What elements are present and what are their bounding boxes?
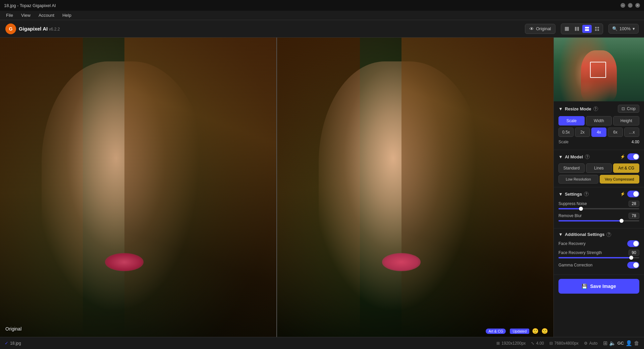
lips-overlay-enhanced — [382, 253, 421, 271]
canvas-area: Original Art & CG Updated 🙂 🙁 — [0, 38, 553, 337]
mode-item: ⚙ Auto — [584, 341, 598, 346]
scale-6x-button[interactable]: 6x — [608, 128, 623, 137]
resize-mode-help-icon[interactable]: ? — [593, 106, 598, 111]
original-image-label: Original — [5, 326, 21, 332]
view-split-v-button[interactable] — [582, 25, 592, 33]
ai-submode-buttons: Low Resolution Very Compressed — [558, 175, 639, 184]
face-recovery-toggle-knob — [633, 241, 639, 246]
settings-section: ▼ Settings ? ⚡ Suppress Noise 28 — [554, 187, 644, 229]
menu-account[interactable]: Account — [35, 11, 58, 19]
mode-icon: ⚙ — [584, 341, 588, 346]
hair-right-overlay-enhanced — [401, 38, 553, 337]
suppress-noise-value: 28 — [629, 201, 639, 207]
statusbar-trash-icon[interactable]: 🗑 — [634, 340, 639, 346]
minimize-button[interactable]: ─ — [621, 3, 625, 8]
close-button[interactable]: ✕ — [635, 3, 640, 8]
maximize-button[interactable]: □ — [628, 3, 633, 8]
remove-blur-label-row: Remove Blur 78 — [558, 213, 639, 219]
zoom-level: 100% — [620, 26, 631, 31]
enhanced-image-panel — [277, 38, 553, 337]
statusbar-grid-icon[interactable]: ⊞ — [603, 340, 607, 346]
scale-value-row: Scale 4.00 — [558, 140, 639, 144]
face-recovery-strength-slider[interactable] — [558, 257, 639, 258]
statusbar-speaker-icon[interactable]: 🔈 — [609, 340, 616, 346]
emoji-smile-icon[interactable]: 🙂 — [532, 328, 539, 334]
right-settings-panel: ▼ Resize Mode ? ⊡ Crop Scale Width H — [553, 38, 644, 337]
gamma-correction-label: Gamma Correction — [558, 263, 592, 267]
resize-mode-chevron-icon: ▼ — [558, 106, 563, 111]
settings-lightning-icon: ⚡ — [620, 192, 625, 196]
menu-view[interactable]: View — [18, 11, 34, 19]
art-cg-model-button[interactable]: Art & CG — [613, 163, 639, 173]
original-toggle-button[interactable]: 👁 Original — [525, 24, 555, 34]
low-resolution-button[interactable]: Low Resolution — [558, 175, 598, 184]
suppress-noise-thumb — [579, 207, 583, 211]
eye-icon: 👁 — [529, 26, 534, 32]
face-recovery-row: Face Recovery — [558, 240, 639, 247]
scale-2x-button[interactable]: 2x — [575, 128, 590, 137]
very-compressed-button[interactable]: Very Compressed — [600, 175, 640, 184]
height-mode-button[interactable]: Height — [613, 116, 639, 126]
scale-0-5x-button[interactable]: 0.5x — [558, 128, 574, 137]
scale-4x-button[interactable]: 4x — [591, 128, 606, 137]
filename-label: 18.jpg — [10, 341, 21, 346]
remove-blur-slider[interactable] — [558, 220, 639, 221]
suppress-noise-label-row: Suppress Noise 28 — [558, 201, 639, 207]
view-single-button[interactable] — [562, 25, 572, 33]
svg-rect-6 — [597, 27, 599, 29]
statusbar-gc-label[interactable]: GC — [618, 341, 624, 346]
lines-model-button[interactable]: Lines — [586, 163, 612, 173]
svg-rect-8 — [597, 29, 599, 31]
scale-mode-label: Scale — [567, 118, 577, 123]
app-version: v6.2.2 — [49, 27, 60, 32]
output-resolution-item: ⊟ 7680x4800px — [549, 341, 579, 346]
settings-toggle[interactable] — [627, 191, 639, 197]
zoom-icon: 🔍 — [612, 26, 618, 31]
face-recovery-strength-row: Face Recovery Strength 90 — [558, 250, 639, 258]
ai-model-help-icon[interactable]: ? — [585, 154, 590, 159]
svg-rect-4 — [585, 29, 589, 31]
zoom-control[interactable]: 🔍 100% ▾ — [608, 24, 639, 34]
ai-model-header[interactable]: ▼ AI Model ? ⚡ — [558, 153, 639, 160]
suppress-noise-slider[interactable] — [558, 208, 639, 209]
width-mode-label: Width — [594, 118, 604, 123]
remove-blur-row: Remove Blur 78 — [558, 213, 639, 221]
emoji-sad-icon[interactable]: 🙁 — [541, 328, 548, 334]
menu-help[interactable]: Help — [59, 11, 75, 19]
statusbar-person-icon[interactable]: 👤 — [626, 340, 632, 346]
height-mode-label: Height — [621, 118, 632, 123]
suppress-noise-row: Suppress Noise 28 — [558, 201, 639, 209]
settings-toggle-knob — [633, 191, 639, 197]
crop-button[interactable]: ⊡ Crop — [618, 105, 639, 113]
additional-settings-header[interactable]: ▼ Additional Settings ? — [558, 232, 639, 237]
scale-mode-button[interactable]: Scale — [558, 116, 585, 126]
svg-rect-0 — [565, 27, 569, 31]
view-split-h-button[interactable] — [572, 25, 582, 33]
face-recovery-strength-thumb — [629, 256, 633, 260]
ai-model-toggle-row: ⚡ — [620, 153, 639, 160]
suppress-noise-label: Suppress Noise — [558, 201, 587, 206]
filename-item: ✓ 18.jpg — [5, 341, 21, 346]
view-quad-button[interactable] — [592, 25, 602, 33]
save-image-button[interactable]: 💾 Save Image — [558, 279, 639, 294]
settings-header[interactable]: ▼ Settings ? ⚡ — [558, 191, 639, 197]
enhanced-image — [277, 38, 553, 337]
gamma-correction-toggle[interactable] — [627, 262, 639, 268]
lips-overlay — [105, 253, 144, 271]
crop-label: Crop — [627, 106, 636, 111]
input-resolution-item: ⊞ 1920x1200px — [496, 341, 526, 346]
width-mode-button[interactable]: Width — [586, 116, 612, 126]
scale-custom-button[interactable]: …x — [624, 128, 639, 137]
standard-model-button[interactable]: Standard — [558, 163, 585, 173]
ai-model-toggle[interactable] — [627, 153, 639, 160]
resize-mode-header[interactable]: ▼ Resize Mode ? ⊡ Crop — [558, 105, 639, 113]
settings-chevron-icon: ▼ — [558, 192, 563, 197]
additional-settings-help-icon[interactable]: ? — [606, 232, 611, 237]
settings-label: Settings — [565, 192, 582, 197]
settings-help-icon[interactable]: ? — [584, 192, 589, 196]
menu-file[interactable]: File — [3, 11, 16, 19]
svg-rect-1 — [575, 27, 577, 31]
statusbar-icons-item: ⊞ 🔈 GC 👤 🗑 — [603, 340, 640, 346]
thumbnail-selection-box[interactable] — [590, 62, 606, 78]
face-recovery-toggle[interactable] — [627, 240, 639, 247]
